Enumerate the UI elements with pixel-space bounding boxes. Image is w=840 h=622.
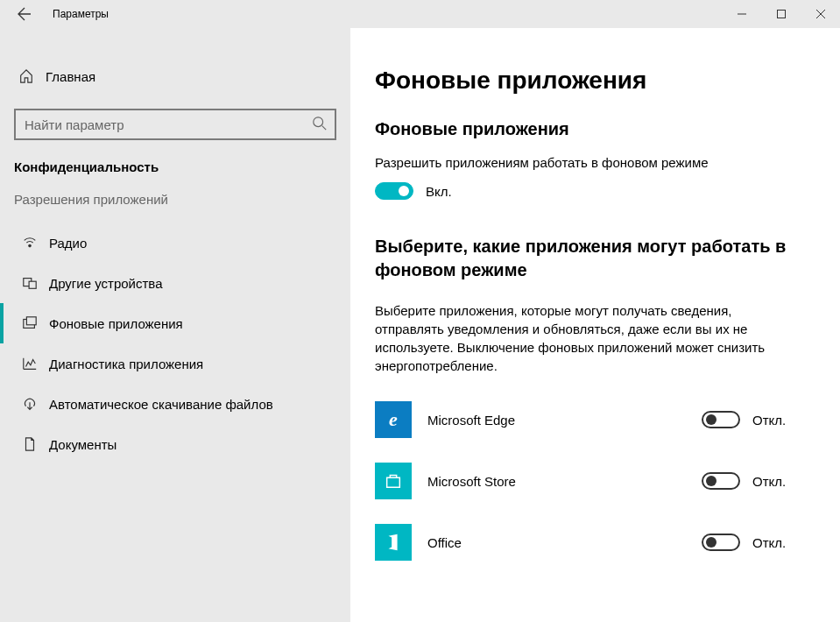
master-toggle[interactable] [375, 182, 413, 200]
category-label: Конфиденциальность [0, 159, 350, 192]
main-content: Фоновые приложения Фоновые приложения Ра… [350, 28, 840, 622]
arrow-left-icon [18, 7, 32, 21]
app-name: Microsoft Store [427, 474, 702, 489]
home-label: Главная [46, 69, 95, 84]
app-row-2: OfficeОткл. [375, 512, 815, 573]
maximize-icon [777, 10, 786, 18]
background-apps-icon [18, 315, 42, 331]
devices-icon [18, 275, 42, 291]
back-button[interactable] [7, 0, 42, 28]
app-toggle-state: Откл. [752, 474, 786, 489]
close-button[interactable] [801, 0, 840, 28]
window-title: Параметры [53, 8, 109, 20]
app-name: Microsoft Edge [427, 413, 702, 428]
app-toggle-0[interactable] [702, 411, 740, 428]
svg-rect-6 [26, 317, 36, 325]
sidebar-item-label: Документы [49, 437, 116, 452]
sidebar-item-label: Радио [49, 236, 87, 251]
app-row-1: Microsoft StoreОткл. [375, 450, 815, 512]
diagnostics-icon [18, 356, 42, 371]
sidebar-item-label: Другие устройства [49, 276, 162, 291]
app-toggle-1[interactable] [702, 472, 740, 490]
radio-icon [18, 235, 42, 251]
sidebar-item-0[interactable]: Радио [0, 223, 350, 263]
sidebar: Главная Конфиденциальность Разрешения пр… [0, 28, 350, 622]
home-link[interactable]: Главная [0, 60, 350, 93]
window-controls [722, 0, 840, 28]
app-icon [375, 524, 412, 561]
svg-rect-4 [29, 281, 36, 288]
app-toggle-state: Откл. [752, 535, 786, 550]
svg-rect-0 [777, 11, 785, 18]
app-name: Office [427, 535, 702, 550]
sidebar-item-2[interactable]: Фоновые приложения [0, 303, 350, 343]
sidebar-item-1[interactable]: Другие устройства [0, 263, 350, 303]
section-header: Разрешения приложений [0, 192, 350, 223]
svg-point-2 [28, 244, 32, 248]
sidebar-item-label: Диагностика приложения [49, 357, 203, 371]
section2-title: Выберите, какие приложения могут работат… [375, 235, 815, 282]
titlebar: Параметры [0, 0, 840, 28]
documents-icon [18, 436, 42, 452]
download-icon [18, 396, 42, 412]
master-toggle-label: Разрешить приложениям работать в фоновом… [375, 155, 815, 170]
minimize-icon [738, 10, 746, 18]
maximize-button[interactable] [761, 0, 801, 28]
sidebar-item-4[interactable]: Автоматическое скачивание файлов [0, 384, 350, 424]
close-icon [816, 10, 825, 18]
master-toggle-state: Вкл. [426, 184, 452, 199]
home-icon [14, 68, 39, 84]
section1-title: Фоновые приложения [375, 119, 815, 139]
sidebar-item-label: Фоновые приложения [49, 316, 183, 331]
app-toggle-2[interactable] [702, 534, 740, 551]
section2-description: Выберите приложения, которые могут получ… [375, 301, 795, 375]
app-icon [375, 463, 412, 499]
app-toggle-state: Откл. [752, 413, 786, 428]
app-icon: e [375, 401, 412, 438]
page-title: Фоновые приложения [375, 67, 815, 95]
sidebar-item-3[interactable]: Диагностика приложения [0, 343, 350, 384]
sidebar-item-5[interactable]: Документы [0, 424, 350, 464]
search-input[interactable] [14, 109, 336, 140]
app-row-0: eMicrosoft EdgeОткл. [375, 389, 815, 450]
sidebar-item-label: Автоматическое скачивание файлов [49, 397, 273, 412]
minimize-button[interactable] [722, 0, 761, 28]
